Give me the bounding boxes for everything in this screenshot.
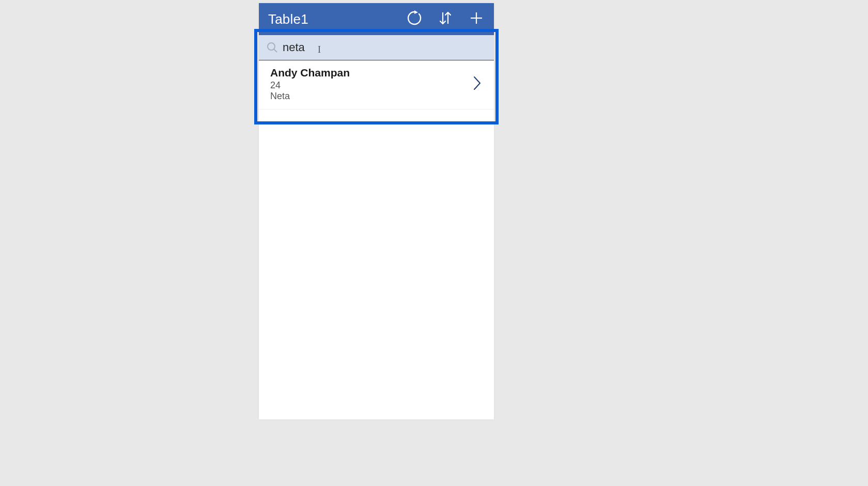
app-frame: Table1 <box>259 3 494 419</box>
results-list: Andy Champan 24 Neta <box>259 60 494 419</box>
header-actions <box>406 11 487 27</box>
refresh-button[interactable] <box>406 11 423 27</box>
search-input[interactable] <box>283 35 488 60</box>
list-item-subtitle2: Neta <box>270 91 470 102</box>
sort-button[interactable] <box>437 11 454 27</box>
chevron-right-icon <box>473 75 482 93</box>
list-item-content: Andy Champan 24 Neta <box>270 67 470 102</box>
header-title: Table1 <box>268 11 406 27</box>
add-button[interactable] <box>468 11 485 27</box>
list-item-subtitle1: 24 <box>270 80 470 91</box>
list-item-chevron[interactable] <box>470 75 485 93</box>
header-bar: Table1 <box>259 3 494 35</box>
sort-icon <box>438 10 453 28</box>
search-row <box>259 35 494 60</box>
search-icon <box>265 40 280 55</box>
refresh-icon <box>407 10 422 28</box>
list-item[interactable]: Andy Champan 24 Neta <box>259 60 494 109</box>
svg-line-5 <box>274 49 277 52</box>
plus-icon <box>469 11 484 27</box>
svg-point-4 <box>268 43 275 50</box>
list-item-title: Andy Champan <box>270 67 470 79</box>
